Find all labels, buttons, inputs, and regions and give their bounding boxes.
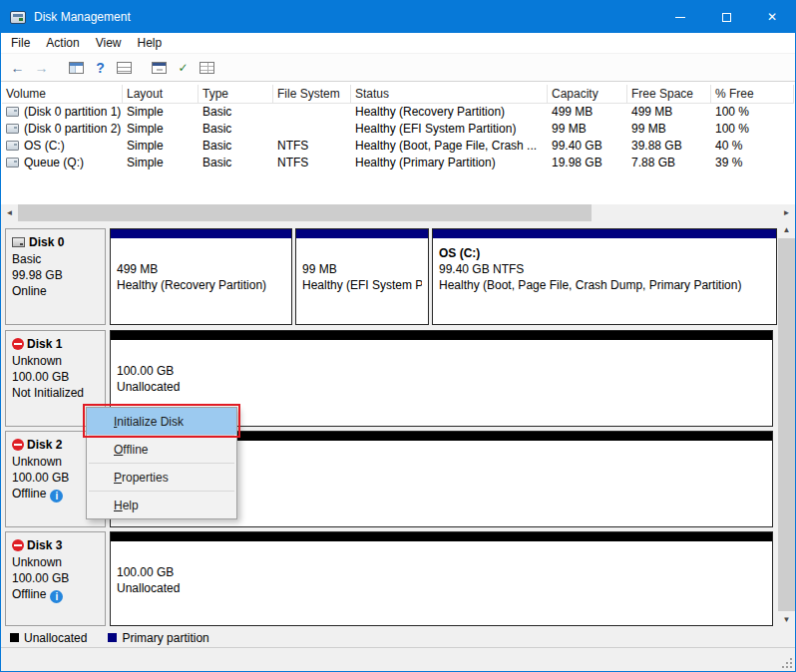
menu-bar: File Action View Help xyxy=(1,33,795,54)
disk-type: Unknown xyxy=(12,353,99,369)
column-header-free-space[interactable]: Free Space xyxy=(627,85,711,103)
cell-free-space: 499 MB xyxy=(627,104,711,121)
resize-grip[interactable] xyxy=(780,656,793,669)
legend-unallocated-label: Unallocated xyxy=(24,631,87,645)
partition-title: OS (C:) xyxy=(439,245,770,261)
toolbar-separator xyxy=(137,56,148,79)
forward-icon: → xyxy=(35,60,49,76)
back-button[interactable]: ← xyxy=(6,56,29,79)
partition-disk0-os-c[interactable]: OS (C:) 99.40 GB NTFS Healthy (Boot, Pag… xyxy=(432,228,777,325)
menu-item-offline[interactable]: Offline xyxy=(87,436,236,463)
partition-disk3-unallocated[interactable]: 100.00 GB Unallocated xyxy=(110,531,773,626)
menu-file[interactable]: File xyxy=(3,33,38,53)
scroll-left-button[interactable]: ◄ xyxy=(1,204,18,221)
export-list-button[interactable] xyxy=(113,56,136,79)
maximize-button[interactable] xyxy=(703,1,749,33)
cell-volume: OS (C:) xyxy=(24,139,65,153)
column-header-pct-free[interactable]: % Free xyxy=(711,85,794,103)
minimize-icon xyxy=(675,17,685,18)
cell-type: Basic xyxy=(199,138,273,155)
cell-file-system: NTFS xyxy=(273,138,351,155)
vertical-scrollbar[interactable]: ▲ ▼ xyxy=(778,221,795,628)
toolbar: ← → ? ✓ xyxy=(1,54,795,82)
volume-icon xyxy=(6,141,19,151)
column-header-status[interactable]: Status xyxy=(351,85,548,103)
menu-view[interactable]: View xyxy=(88,33,130,53)
unallocated-color-bar xyxy=(111,331,772,340)
info-icon: i xyxy=(50,490,63,503)
disk-name: Disk 2 xyxy=(27,438,62,452)
cell-capacity: 99 MB xyxy=(548,121,627,138)
unallocated-color-bar xyxy=(111,532,772,541)
partition-color-bar xyxy=(111,229,291,238)
help-button[interactable]: ? xyxy=(89,56,112,79)
partition-title xyxy=(117,548,766,564)
legend-primary-label: Primary partition xyxy=(122,631,208,645)
back-icon: ← xyxy=(11,60,25,76)
disk-row-0: Disk 0 Basic 99.98 GB Online 499 MB Heal… xyxy=(5,228,775,325)
partition-status: Healthy (Recovery Partition) xyxy=(117,277,285,293)
cell-layout: Simple xyxy=(123,155,199,171)
partition-status: Healthy (EFI System Pa xyxy=(302,277,422,293)
cell-layout: Simple xyxy=(123,104,199,121)
cell-capacity: 19.98 GB xyxy=(548,155,627,171)
disk-name: Disk 3 xyxy=(27,538,62,552)
table-row[interactable]: (Disk 0 partition 2) Simple Basic Health… xyxy=(2,121,794,138)
volume-list: Volume Layout Type File System Status Ca… xyxy=(1,82,795,221)
details-view-button[interactable] xyxy=(196,56,218,79)
console-window-icon xyxy=(69,62,84,74)
partition-color-bar xyxy=(296,229,428,238)
help-icon: ? xyxy=(96,60,105,76)
disk-size: 100.00 GB xyxy=(12,570,99,586)
column-header-layout[interactable]: Layout xyxy=(123,85,199,103)
forward-button[interactable]: → xyxy=(30,56,53,79)
disk-type: Unknown xyxy=(12,554,99,570)
close-button[interactable]: ✕ xyxy=(749,1,795,33)
scroll-up-button[interactable]: ▲ xyxy=(778,221,795,238)
partition-title xyxy=(117,245,285,261)
partition-disk0-efi[interactable]: 99 MB Healthy (EFI System Pa xyxy=(295,228,429,325)
disk0-label-panel[interactable]: Disk 0 Basic 99.98 GB Online xyxy=(5,228,106,325)
partition-disk0-recovery[interactable]: 499 MB Healthy (Recovery Partition) xyxy=(110,228,292,325)
menu-item-initialize-disk[interactable]: Initialize Disk xyxy=(87,408,236,435)
scrollbar-thumb[interactable] xyxy=(778,238,795,611)
properties-button[interactable] xyxy=(148,56,171,79)
column-header-type[interactable]: Type xyxy=(199,85,273,103)
disk-status: Offline xyxy=(12,587,46,601)
disk3-label-panel[interactable]: Disk 3 Unknown 100.00 GB Offlinei xyxy=(5,531,106,626)
menu-item-help[interactable]: Help xyxy=(87,492,236,518)
column-header-volume[interactable]: Volume xyxy=(2,85,123,103)
partition-status: Unallocated xyxy=(117,379,766,395)
cell-pct-free: 100 % xyxy=(711,104,794,121)
menu-help[interactable]: Help xyxy=(130,33,171,53)
table-row[interactable]: (Disk 0 partition 1) Simple Basic Health… xyxy=(2,104,794,121)
cell-free-space: 7.88 GB xyxy=(627,155,711,171)
volume-rows: (Disk 0 partition 1) Simple Basic Health… xyxy=(2,104,794,204)
console-tree-button[interactable] xyxy=(65,56,88,79)
table-row[interactable]: Queue (Q:) Simple Basic NTFS Healthy (Pr… xyxy=(2,155,794,171)
column-header-file-system[interactable]: File System xyxy=(273,85,351,103)
column-header-capacity[interactable]: Capacity xyxy=(548,85,627,103)
cell-type: Basic xyxy=(199,155,273,171)
toolbar-separator xyxy=(54,56,65,79)
cell-type: Basic xyxy=(199,121,273,138)
disk-size: 100.00 GB xyxy=(12,369,99,385)
scroll-right-button[interactable]: ► xyxy=(778,204,795,221)
disk-icon xyxy=(12,237,25,247)
volume-icon xyxy=(6,158,19,168)
context-menu: Initialize Disk Offline Properties Help xyxy=(86,407,237,519)
scroll-down-button[interactable]: ▼ xyxy=(778,611,795,628)
close-icon: ✕ xyxy=(767,10,777,24)
menu-item-properties[interactable]: Properties xyxy=(87,464,236,491)
cell-status: Healthy (Primary Partition) xyxy=(351,155,548,171)
action-check-button[interactable]: ✓ xyxy=(172,56,195,79)
error-icon xyxy=(12,539,24,551)
horizontal-scrollbar[interactable]: ◄ ► xyxy=(1,204,795,221)
menu-action[interactable]: Action xyxy=(38,33,87,53)
disk-name: Disk 0 xyxy=(29,235,64,249)
minimize-button[interactable] xyxy=(657,1,703,33)
disk-status: Offline xyxy=(12,487,46,501)
scrollbar-thumb[interactable] xyxy=(18,204,592,221)
table-row[interactable]: OS (C:) Simple Basic NTFS Healthy (Boot,… xyxy=(2,138,794,155)
disk-status: Not Initialized xyxy=(12,385,99,401)
